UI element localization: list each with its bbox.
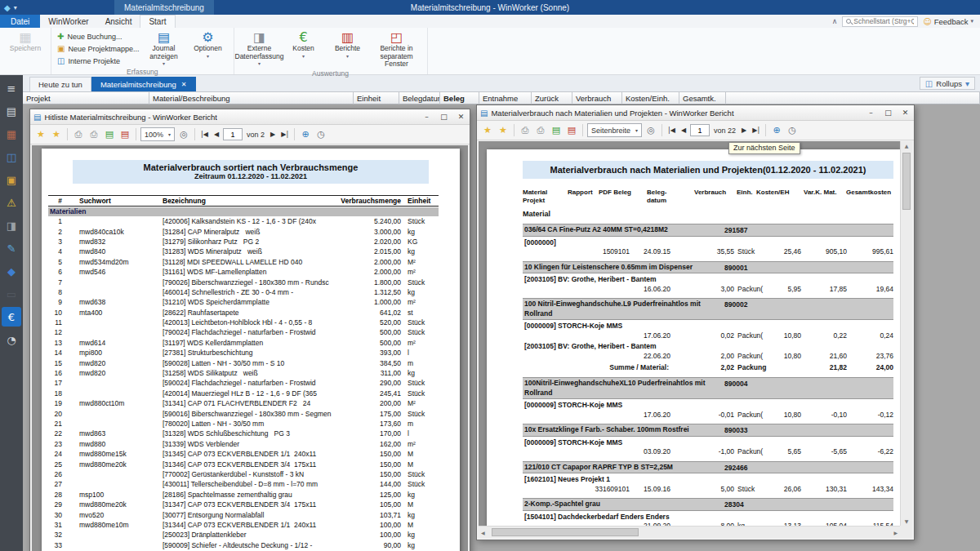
ribbon-button-optionen[interactable]: ⚙Optionen▾ — [186, 29, 230, 59]
last-page-button[interactable]: ▶| — [751, 127, 761, 134]
ribbon-button-kosten[interactable]: €Kosten▾ — [282, 29, 326, 59]
vertical-scrollbar[interactable]: ▲ ▼ — [900, 141, 912, 526]
export-excel-icon[interactable]: ▤ — [103, 127, 116, 141]
print-setup-icon[interactable]: ⎙ — [87, 127, 100, 141]
collapse-ribbon-icon[interactable]: ∧ — [832, 17, 838, 25]
sidebar-item-projects[interactable]: ▣ — [2, 170, 21, 189]
globe-icon[interactable]: ⊕ — [299, 127, 312, 141]
column-header-material-beschreibung[interactable]: Material/Beschreibung — [149, 91, 354, 104]
first-page-button[interactable]: |◀ — [199, 131, 210, 138]
last-page-button[interactable]: ▶| — [279, 131, 290, 138]
favorite-icon[interactable]: ★ — [50, 127, 63, 141]
minimize-button[interactable]: – — [862, 105, 880, 120]
sidebar-item-painting[interactable]: ◆ — [2, 261, 21, 281]
col-verbrauch: Verbrauch — [694, 189, 726, 196]
print-setup-icon[interactable]: ⎙ — [534, 123, 547, 137]
column-header-zurück[interactable]: Zurück — [532, 91, 572, 104]
ribbon-button-berichte-in-separatem-fenster[interactable]: ◰Berichte in separatem Fenster — [370, 29, 424, 69]
column-header-einheit[interactable]: Einheit — [354, 91, 399, 104]
horizontal-scrollbar[interactable]: ◀ ▶ — [479, 526, 900, 538]
scroll-left-icon[interactable]: ◀ — [481, 527, 485, 538]
minimize-button[interactable]: – — [418, 109, 435, 124]
sidebar-item-contacts[interactable]: ◫ — [2, 147, 21, 167]
cell-bez: [420014] Mauerziegel HLz B - 12 - 1,6 - … — [153, 389, 332, 398]
ribbon-button-externe-datenerfassung[interactable]: ◨Externe Datenerfassung▾ — [238, 29, 282, 66]
search-binoculars-icon[interactable]: ◎ — [177, 127, 190, 141]
sidebar-item-warning[interactable]: ⚠ — [2, 193, 21, 212]
export-pdf-icon[interactable]: ▤ — [565, 123, 578, 137]
report-viewer[interactable]: Materialverbrauch sortiert nach Verbrauc… — [32, 145, 468, 551]
sidebar-item-clock[interactable]: ◔ — [2, 330, 21, 349]
menu-tab-ansicht[interactable]: Ansicht — [97, 15, 140, 28]
search-input[interactable] — [853, 17, 914, 25]
report-window-materialverbrauch[interactable]: ▤ Materialverbrauch nach Materialien und… — [476, 104, 915, 540]
sidebar-item-documents[interactable]: ▤ — [2, 101, 21, 121]
column-header-entnahme[interactable]: Entnahme — [479, 91, 532, 104]
sidebar-item-menu[interactable]: ≡ — [2, 78, 21, 98]
maximize-button[interactable]: □ — [435, 109, 452, 124]
close-button[interactable]: ✕ — [452, 109, 470, 124]
print-icon[interactable]: ⎙ — [519, 123, 532, 137]
menu-tab-start[interactable]: Start — [140, 15, 175, 28]
column-header-belegdatum[interactable]: Belegdatum — [399, 91, 440, 104]
quick-search[interactable] — [842, 16, 918, 27]
window-titlebar[interactable]: ▤ Materialverbrauch nach Materialien und… — [477, 105, 914, 121]
favorite-add-icon[interactable]: ★ — [481, 123, 494, 137]
tab-materialmitschreibung[interactable]: Materialmitschreibung✕ — [91, 77, 196, 91]
first-page-button[interactable]: |◀ — [666, 127, 677, 134]
close-button[interactable]: ✕ — [897, 105, 914, 120]
previous-page-button[interactable]: ◀ — [679, 127, 688, 134]
tab-heute-zu-tun[interactable]: Heute zu tun — [29, 77, 91, 91]
rollups-button[interactable]: ◫ Rollups ▾ — [920, 77, 975, 90]
ribbon-button-label: Berichte — [335, 45, 360, 53]
close-tab-icon[interactable]: ✕ — [181, 81, 187, 88]
ribbon-button-berichte[interactable]: ▥Berichte▾ — [326, 29, 370, 59]
favorite-add-icon[interactable]: ★ — [34, 127, 47, 141]
column-header-projekt[interactable]: Projekt — [23, 91, 149, 104]
context-tab-header[interactable]: Materialmitschreibung — [114, 0, 214, 15]
next-page-button[interactable]: ▶ — [740, 127, 748, 134]
report-window-hitliste[interactable]: ▤ Hitliste Materialmitschreibung - WinWo… — [29, 109, 470, 551]
maximize-button[interactable]: □ — [880, 105, 897, 120]
page-number-input[interactable] — [690, 124, 710, 136]
next-page-button[interactable]: ▶ — [269, 131, 277, 138]
page-number-input[interactable] — [223, 128, 243, 140]
scroll-down-icon[interactable]: ▼ — [901, 518, 912, 524]
column-header-beleg[interactable]: Beleg — [440, 91, 479, 104]
previous-page-button[interactable]: ◀ — [212, 131, 220, 138]
ribbon-button-interne-projekte[interactable]: ◫Interne Projekte — [55, 55, 142, 67]
export-excel-icon[interactable]: ▤ — [550, 123, 563, 137]
globe-icon[interactable]: ⊕ — [770, 123, 783, 137]
ribbon-button-journal-anzeigen[interactable]: ▤Journal anzeigen▾ — [142, 29, 186, 66]
vertical-scroll-thumb[interactable] — [902, 153, 911, 210]
report-viewer[interactable]: Materialverbrauch nach Materialien und P… — [479, 141, 900, 526]
sidebar-item-monitor[interactable]: ▭ — [2, 284, 21, 304]
sidebar-item-devices[interactable]: ◨ — [2, 216, 21, 235]
sidebar-item-tools[interactable]: ▦ — [2, 124, 21, 144]
ribbon-button-neue-buchung[interactable]: ✚Neue Buchung... — [55, 30, 142, 42]
window-titlebar[interactable]: ▤ Hitliste Materialmitschreibung - WinWo… — [30, 109, 470, 125]
favorite-icon[interactable]: ★ — [497, 123, 510, 137]
stopwatch-icon[interactable]: ◷ — [314, 127, 327, 141]
stopwatch-icon[interactable]: ◷ — [786, 123, 799, 137]
zoom-select[interactable]: Seitenbreite ▾ — [587, 123, 642, 137]
sidebar-item-material-log[interactable]: € — [2, 307, 21, 327]
print-icon[interactable]: ⎙ — [72, 127, 85, 141]
ribbon-button-neue-projektmappe[interactable]: ▣Neue Projektmappe... — [55, 42, 142, 55]
cell-bez: [780020] Latten - NH - 30/50 mm — [153, 420, 332, 428]
scroll-up-icon[interactable]: ▲ — [901, 143, 912, 149]
feedback-button[interactable]: ☺ Feedback ▾ — [923, 17, 973, 26]
ribbon-button-speichern[interactable]: ▦Speichern — [3, 29, 47, 53]
search-binoculars-icon[interactable]: ◎ — [644, 123, 657, 137]
menu-tab-winworker[interactable]: WinWorker — [40, 15, 96, 28]
column-header-kosten-einh[interactable]: Kosten/Einh. — [622, 91, 679, 104]
zoom-select[interactable]: 100% ▾ — [140, 127, 175, 141]
horizontal-scroll-thumb[interactable] — [492, 528, 639, 536]
menu-tab-datei[interactable]: Datei — [0, 15, 40, 28]
export-pdf-icon[interactable]: ▤ — [118, 127, 131, 141]
column-header-verbrauch[interactable]: Verbrauch — [572, 91, 622, 104]
sidebar-item-notes[interactable]: ✎ — [2, 238, 21, 258]
scroll-right-icon[interactable]: ▶ — [893, 527, 898, 538]
quick-access-dropdown-icon[interactable]: ▾ — [14, 4, 17, 11]
column-header-gesamtk[interactable]: Gesamtk. — [679, 91, 726, 104]
